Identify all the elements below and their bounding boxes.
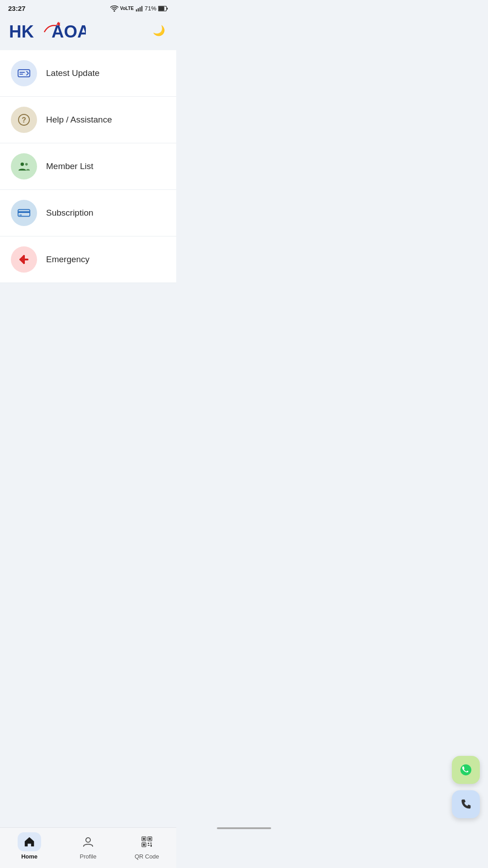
svg-rect-18	[19, 215, 22, 216]
menu-list: Latest Update ? Help / Assistance Member…	[0, 50, 176, 283]
latest-update-label: Latest Update	[46, 68, 99, 78]
svg-rect-1	[138, 8, 139, 11]
svg-rect-3	[141, 6, 142, 11]
help-icon-circle: ?	[11, 107, 37, 133]
members-icon-circle	[11, 153, 37, 179]
status-bar: 23:27 VoLTE 71%	[0, 0, 176, 15]
help-icon: ?	[18, 113, 30, 126]
help-label: Help / Assistance	[46, 115, 112, 125]
app-logo: HK AOA	[9, 19, 86, 42]
svg-point-15	[25, 163, 28, 166]
svg-text:AOA: AOA	[52, 22, 86, 41]
svg-text:?: ?	[22, 116, 26, 124]
svg-rect-6	[159, 6, 164, 10]
svg-rect-0	[136, 9, 137, 11]
subscription-label: Subscription	[46, 208, 94, 218]
signal-icon	[136, 5, 143, 12]
dark-mode-button[interactable]: 🌙	[150, 22, 167, 39]
emergency-icon	[18, 253, 30, 266]
members-icon	[18, 160, 30, 173]
svg-rect-5	[167, 7, 168, 9]
menu-item-help[interactable]: ? Help / Assistance	[0, 97, 176, 143]
status-time: 23:27	[8, 5, 25, 12]
menu-item-subscription[interactable]: Subscription	[0, 190, 176, 236]
latest-update-icon-circle	[11, 60, 37, 86]
svg-text:HK: HK	[9, 22, 34, 41]
svg-rect-11	[19, 74, 23, 75]
emergency-icon-circle	[11, 246, 37, 273]
subscription-icon-circle	[11, 200, 37, 226]
ticket-icon	[18, 67, 30, 80]
menu-item-latest-update[interactable]: Latest Update	[0, 50, 176, 97]
menu-item-emergency[interactable]: Emergency	[0, 236, 176, 283]
svg-rect-2	[140, 7, 141, 11]
battery-icon	[158, 6, 168, 11]
logo-svg: HK AOA	[9, 19, 86, 42]
wifi-icon	[110, 5, 118, 12]
svg-rect-17	[18, 211, 30, 213]
member-list-label: Member List	[46, 161, 94, 171]
lte-badge: VoLTE	[120, 6, 134, 11]
emergency-label: Emergency	[46, 255, 89, 264]
app-header: HK AOA 🌙	[0, 15, 176, 50]
menu-item-member-list[interactable]: Member List	[0, 143, 176, 190]
subscription-icon	[18, 207, 30, 219]
battery-text: 71%	[145, 5, 156, 12]
svg-point-14	[21, 163, 24, 166]
status-icons: VoLTE 71%	[110, 5, 168, 12]
svg-rect-10	[19, 72, 25, 73]
